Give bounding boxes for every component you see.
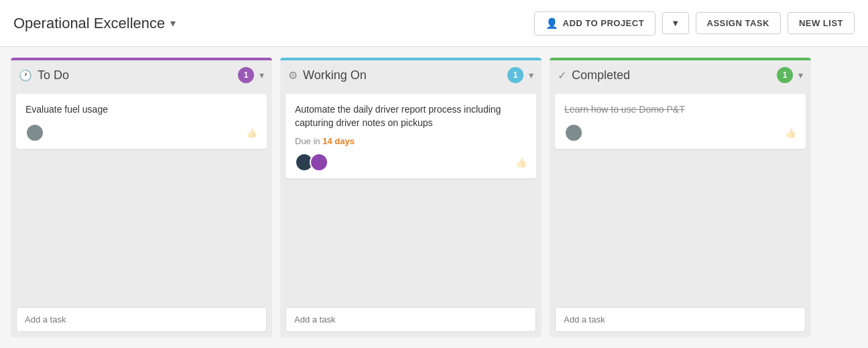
header-left: Operational Excellence ▾: [13, 15, 176, 32]
column-title-todo: To Do: [38, 68, 233, 82]
add-task-input-working-on[interactable]: [286, 307, 536, 332]
task-avatars: [295, 153, 328, 172]
add-task-row-working-on: [280, 302, 542, 337]
column-completed: ✓Completed1▾Learn how to use Domo P&T👍: [550, 58, 811, 337]
task-footer: 👍: [25, 123, 257, 142]
column-badge-todo: 1: [238, 67, 254, 83]
add-to-project-label: ADD TO PROJECT: [563, 18, 645, 28]
assign-task-label: ASSIGN TASK: [707, 18, 769, 28]
column-header-todo: 🕐To Do1▾: [11, 60, 272, 90]
task-title: Automate the daily driver report process…: [295, 103, 527, 129]
avatar: [564, 123, 583, 142]
due-days: 14 days: [322, 136, 355, 146]
column-chevron-completed[interactable]: ▾: [798, 70, 803, 80]
column-chevron-todo[interactable]: ▾: [259, 70, 264, 80]
new-list-button[interactable]: NEW LIST: [788, 12, 855, 34]
header-right: 👤 ADD TO PROJECT ▼ ASSIGN TASK NEW LIST: [534, 11, 855, 36]
column-working-on: ⚙Working On1▾Automate the daily driver r…: [280, 58, 542, 337]
column-todo: 🕐To Do1▾Evaluate fuel usage👍: [11, 58, 272, 337]
task-footer: 👍: [295, 153, 527, 172]
task-card[interactable]: Learn how to use Domo P&T👍: [555, 94, 806, 149]
column-body-completed: Learn how to use Domo P&T👍: [550, 90, 811, 302]
project-title: Operational Excellence: [13, 15, 165, 32]
task-avatars: [564, 123, 583, 142]
task-avatars: [25, 123, 44, 142]
add-to-project-button[interactable]: 👤 ADD TO PROJECT: [534, 11, 656, 36]
column-chevron-working-on[interactable]: ▾: [529, 70, 534, 80]
column-title-completed: Completed: [572, 68, 771, 82]
dropdown-icon[interactable]: ▾: [170, 17, 176, 30]
like-icon[interactable]: 👍: [246, 127, 257, 138]
column-title-working-on: Working On: [303, 68, 502, 82]
task-footer: 👍: [564, 123, 796, 142]
task-title: Evaluate fuel usage: [25, 103, 257, 117]
avatar: [25, 123, 44, 142]
task-title: Learn how to use Domo P&T: [564, 103, 796, 117]
app-header: Operational Excellence ▾ 👤 ADD TO PROJEC…: [0, 0, 868, 47]
filter-icon: ▼: [671, 18, 680, 28]
avatar: [310, 153, 328, 172]
column-badge-working-on: 1: [507, 67, 523, 83]
column-icon-todo: 🕐: [19, 69, 32, 82]
add-task-input-completed[interactable]: [555, 307, 806, 332]
kanban-board: 🕐To Do1▾Evaluate fuel usage👍⚙Working On1…: [0, 47, 868, 348]
add-task-row-completed: [550, 302, 811, 337]
task-card[interactable]: Evaluate fuel usage👍: [16, 94, 267, 149]
column-header-completed: ✓Completed1▾: [550, 60, 811, 90]
column-icon-working-on: ⚙: [288, 69, 298, 82]
column-body-todo: Evaluate fuel usage👍: [11, 90, 272, 302]
add-person-icon: 👤: [546, 17, 559, 30]
column-badge-completed: 1: [777, 67, 793, 83]
column-header-working-on: ⚙Working On1▾: [280, 60, 542, 90]
like-icon[interactable]: 👍: [785, 127, 796, 138]
column-body-working-on: Automate the daily driver report process…: [280, 90, 542, 302]
add-task-input-todo[interactable]: [16, 307, 267, 332]
assign-task-button[interactable]: ASSIGN TASK: [696, 12, 781, 34]
filter-button[interactable]: ▼: [662, 12, 688, 34]
column-icon-completed: ✓: [558, 69, 566, 82]
like-icon[interactable]: 👍: [515, 157, 527, 168]
task-due: Due in 14 days: [295, 136, 527, 146]
add-task-row-todo: [11, 302, 272, 337]
new-list-label: NEW LIST: [799, 18, 843, 28]
task-card[interactable]: Automate the daily driver report process…: [286, 94, 536, 178]
